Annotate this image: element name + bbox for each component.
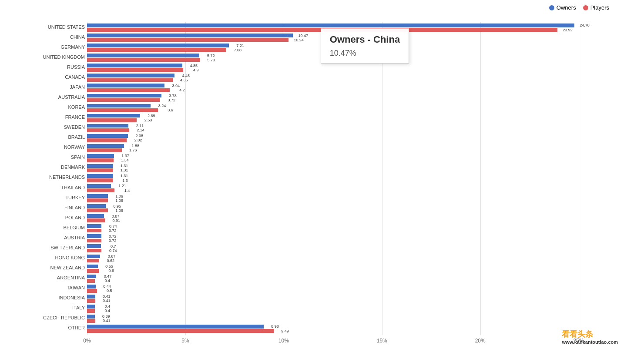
country-label: SWEDEN xyxy=(4,124,85,130)
players-bar: 7.08 xyxy=(87,48,226,52)
country-label: ITALY xyxy=(4,305,85,310)
bars-wrapper: UNITED STATES24.7823.92CHINA10.4710.24GE… xyxy=(87,22,618,334)
owners-bar-row: 3.94 xyxy=(87,84,618,88)
players-bar: 0.41 xyxy=(87,299,95,303)
bar-group: FRANCE2.692.53 xyxy=(87,112,618,122)
country-label: AUSTRALIA xyxy=(4,94,85,100)
grid-label: 5% xyxy=(181,338,189,344)
owners-value: 4.45 xyxy=(182,74,190,78)
owners-bar-row: 0.55 xyxy=(87,264,618,268)
bar-group: CZECH REPUBLIC0.390.41 xyxy=(87,313,618,323)
grid-label: 0% xyxy=(83,338,91,344)
owners-bar: 0.72 xyxy=(87,234,101,238)
owners-value: 0.55 xyxy=(105,264,113,268)
bar-group: JAPAN3.944.2 xyxy=(87,82,618,92)
bar-group: FINLAND0.951.06 xyxy=(87,202,618,212)
country-label: FRANCE xyxy=(4,114,85,120)
players-bar: 1.06 xyxy=(87,208,108,212)
players-label: Players xyxy=(590,4,609,11)
owners-bar: 0.41 xyxy=(87,295,95,299)
owners-value: 10.47 xyxy=(299,34,309,38)
country-label: CANADA xyxy=(4,74,85,80)
owners-bar-row: 3.24 xyxy=(87,104,618,108)
country-label: ARGENTINA xyxy=(4,275,85,280)
players-bar: 4.35 xyxy=(87,78,173,82)
country-label: UNITED STATES xyxy=(4,24,85,30)
chart-area: 0%5%10%15%20%25% UNITED STATES24.7823.92… xyxy=(87,22,618,344)
players-bar: 0.72 xyxy=(87,229,101,233)
owners-value: 0.74 xyxy=(109,224,117,228)
country-label: CZECH REPUBLIC xyxy=(4,315,85,320)
owners-bar: 0.39 xyxy=(87,315,95,319)
watermark-text: 看看头条 xyxy=(562,330,593,339)
owners-bar-row: 24.78 xyxy=(87,23,618,27)
owners-bar: 3.24 xyxy=(87,104,151,108)
legend: Owners Players xyxy=(549,4,609,11)
bar-group: SWITZERLAND0.70.74 xyxy=(87,242,618,252)
owners-value: 2.69 xyxy=(148,114,155,118)
owners-value: 0.87 xyxy=(112,214,120,218)
bar-group: NETHERLANDS1.311.3 xyxy=(87,172,618,182)
owners-bar: 0.67 xyxy=(87,255,100,258)
bar-group: ITALY0.40.4 xyxy=(87,303,618,313)
tooltip-value: 10.47% xyxy=(330,49,400,58)
players-bar: 0.6 xyxy=(87,269,99,273)
owners-bar-row: 0.41 xyxy=(87,294,618,299)
bar-group: SPAIN1.371.34 xyxy=(87,152,618,162)
owners-bar: 0.55 xyxy=(87,265,98,268)
players-bar: 1.31 xyxy=(87,168,113,172)
players-bar: 10.24 xyxy=(87,38,288,42)
owners-bar-row: 0.47 xyxy=(87,274,618,279)
owners-bar: 24.78 xyxy=(87,23,574,27)
owners-value: 3.94 xyxy=(172,84,180,88)
country-label: BRAZIL xyxy=(4,134,85,140)
players-bar: 0.4 xyxy=(87,309,95,313)
owners-value: 1.31 xyxy=(121,174,128,178)
players-bar: 9.49 xyxy=(87,329,274,333)
owners-bar: 4.45 xyxy=(87,74,174,77)
bar-group: HONG KONG0.670.62 xyxy=(87,252,618,262)
owners-bar-row: 3.78 xyxy=(87,94,618,98)
owners-value: 4.85 xyxy=(190,64,198,68)
owners-bar: 4.85 xyxy=(87,64,182,67)
owners-value: 0.47 xyxy=(104,274,112,279)
owners-bar-row: 2.11 xyxy=(87,124,618,128)
owners-bar: 10.47 xyxy=(87,34,293,37)
country-label: FINLAND xyxy=(4,205,85,210)
bar-group: BELGIUM0.740.72 xyxy=(87,222,618,232)
owners-bar-row: 0.4 xyxy=(87,304,618,309)
owners-value: 3.78 xyxy=(169,94,177,98)
owners-bar-row: 8.98 xyxy=(87,324,618,329)
owners-bar: 1.06 xyxy=(87,194,108,198)
grid-label: 10% xyxy=(278,338,289,344)
owners-bar: 1.31 xyxy=(87,164,113,168)
watermark-url: www.kankantoutiao.com xyxy=(562,339,618,345)
owners-bar: 1.21 xyxy=(87,184,111,188)
owners-bar: 0.44 xyxy=(87,285,96,289)
country-label: NORWAY xyxy=(4,144,85,150)
owners-bar-row: 0.67 xyxy=(87,254,618,258)
owners-bar: 2.69 xyxy=(87,114,140,118)
bar-group: NORWAY1.881.76 xyxy=(87,142,618,152)
owners-value: 3.24 xyxy=(158,104,166,108)
owners-bar: 5.72 xyxy=(87,54,199,57)
tooltip: Owners - China 10.47% xyxy=(321,28,409,64)
players-bar: 1.4 xyxy=(87,188,114,192)
chart-container: Owners Players 0%5%10%15%20%25% UNITED S… xyxy=(0,0,644,349)
owners-bar-row: 0.95 xyxy=(87,204,618,208)
players-bar: 1.34 xyxy=(87,158,114,162)
bar-group: KOREA3.243.6 xyxy=(87,102,618,112)
legend-players: Players xyxy=(583,4,609,11)
country-label: AUSTRIA xyxy=(4,235,85,240)
country-label: NETHERLANDS xyxy=(4,174,85,180)
players-bar: 0.91 xyxy=(87,218,105,222)
owners-value: 5.72 xyxy=(207,54,215,58)
tooltip-title: Owners - China xyxy=(330,34,400,45)
country-label: INDONESIA xyxy=(4,295,85,300)
owners-value: 7.21 xyxy=(236,44,244,48)
players-bar-row: 9.49 xyxy=(87,329,618,333)
players-bar: 1.76 xyxy=(87,148,122,152)
owners-bar-row: 0.7 xyxy=(87,244,618,248)
country-label: RUSSIA xyxy=(4,64,85,70)
owners-bar-row: 1.21 xyxy=(87,184,618,188)
